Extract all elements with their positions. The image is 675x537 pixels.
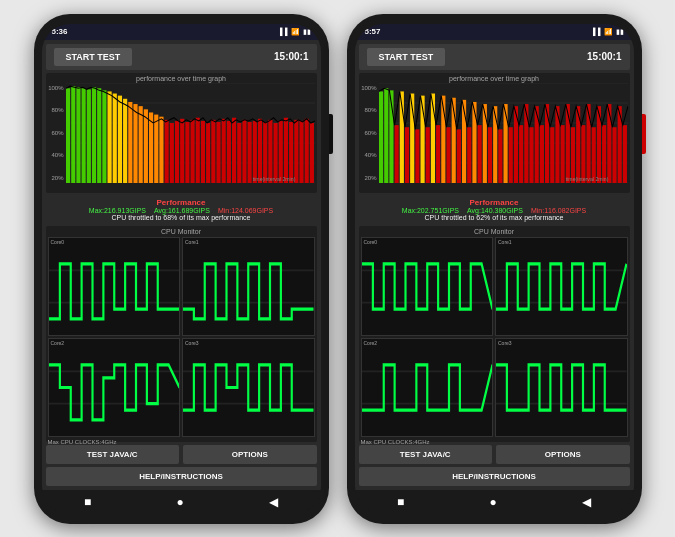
nav-circle-2[interactable]: ●: [489, 495, 496, 509]
svg-rect-31: [195, 117, 199, 182]
svg-rect-39: [237, 123, 241, 183]
bottom-row-2: TEST JAVA/C OPTIONS: [359, 445, 630, 464]
svg-text:time(interval 2min): time(interval 2min): [252, 175, 295, 181]
cpu-wave-svg-2-3: [362, 339, 493, 436]
svg-rect-36: [221, 118, 225, 182]
svg-rect-26: [169, 123, 173, 183]
nav-square-1[interactable]: ■: [84, 495, 91, 509]
help-btn-1[interactable]: HELP/INSTRUCTIONS: [46, 467, 317, 486]
nav-circle-1[interactable]: ●: [176, 495, 183, 509]
svg-rect-110: [570, 127, 574, 183]
svg-rect-94: [487, 127, 491, 183]
status-bar-1: 5:36 ▐▐ 📶 ▮▮: [42, 24, 321, 40]
cpu-cell-label-1-4: Core3: [185, 340, 199, 346]
y-label-80-2: 80%: [361, 107, 379, 113]
cpu-cell-label-1-1: Core0: [51, 239, 65, 245]
battery-icon-2: ▮▮: [616, 28, 624, 36]
nav-bar-2: ■ ● ◀: [355, 490, 634, 514]
y-label-40-1: 40%: [48, 152, 66, 158]
svg-rect-10: [86, 89, 90, 183]
perf-canvas-1: 100% 80% 60% 40% 20%: [48, 83, 315, 183]
test-javac-btn-2[interactable]: TEST JAVA/C: [359, 445, 493, 464]
svg-rect-28: [180, 118, 184, 182]
cpu-monitor-title-2: CPU Monitor: [361, 228, 628, 235]
perf-stats-2: Performance Max:202.751GIPS Avg:140.380G…: [359, 196, 630, 223]
y-label-20-2: 20%: [361, 175, 379, 181]
top-bar-2: START TEST 15:00:1: [359, 44, 630, 70]
status-time-1: 5:36: [52, 27, 68, 36]
y-label-40-2: 40%: [361, 152, 379, 158]
cpu-cell-label-2-2: Core1: [498, 239, 512, 245]
svg-rect-23: [154, 114, 158, 182]
cpu-wave-svg-2-1: [362, 238, 493, 335]
svg-rect-38: [232, 117, 236, 182]
svg-rect-46: [273, 123, 277, 183]
options-btn-1[interactable]: OPTIONS: [183, 445, 317, 464]
perf-avg-2: Avg:140.380GIPS: [467, 207, 523, 214]
perf-values-2: Max:202.751GIPS Avg:140.380GIPS Min:116.…: [359, 207, 630, 214]
nav-triangle-2[interactable]: ◀: [582, 495, 591, 509]
top-bar-1: START TEST 15:00:1: [46, 44, 317, 70]
throttle-text-2: CPU throttled to 62% of its max performa…: [359, 214, 630, 221]
perf-values-1: Max:216.913GIPS Avg:161.689GIPS Min:124.…: [46, 207, 317, 214]
y-label-60-1: 60%: [48, 130, 66, 136]
y-label-20-1: 20%: [48, 175, 66, 181]
cpu-cell-1-3: Core2: [48, 338, 181, 437]
start-test-btn-2[interactable]: START TEST: [367, 48, 446, 66]
status-icons-1: ▐▐ 📶 ▮▮: [278, 28, 311, 36]
signal-icon-1: ▐▐: [278, 28, 288, 35]
start-test-btn-1[interactable]: START TEST: [54, 48, 133, 66]
svg-rect-105: [545, 104, 549, 183]
svg-rect-113: [586, 104, 590, 183]
y-label-80-1: 80%: [48, 107, 66, 113]
cpu-wave-svg-1-1: [49, 238, 180, 335]
svg-rect-14: [107, 91, 111, 183]
side-button-1: [329, 114, 333, 154]
status-bar-2: 5:57 ▐▐ 📶 ▮▮: [355, 24, 634, 40]
graph-area-2: time(interval 2min): [379, 83, 628, 183]
wifi-icon-2: 📶: [604, 28, 613, 36]
svg-rect-27: [174, 120, 178, 182]
cpu-monitor-title-1: CPU Monitor: [48, 228, 315, 235]
svg-rect-8: [76, 87, 80, 183]
y-label-100-2: 100%: [361, 85, 379, 91]
svg-rect-109: [565, 104, 569, 183]
cpu-monitor-1: CPU Monitor Core0 Core1: [46, 226, 317, 442]
nav-square-2[interactable]: ■: [397, 495, 404, 509]
svg-rect-84: [436, 125, 440, 183]
svg-rect-37: [226, 120, 230, 182]
svg-rect-90: [467, 127, 471, 183]
bottom-row-1: TEST JAVA/C OPTIONS: [46, 445, 317, 464]
wifi-icon-1: 📶: [291, 28, 300, 36]
svg-rect-41: [247, 121, 251, 182]
cpu-grid-1: Core0 Core1: [48, 237, 315, 437]
svg-rect-49: [289, 121, 293, 182]
svg-rect-34: [211, 119, 215, 182]
y-axis-2: 100% 80% 60% 40% 20%: [361, 83, 379, 183]
nav-bar-1: ■ ● ◀: [42, 490, 321, 514]
svg-rect-42: [252, 120, 256, 182]
perf-graph-1: performance over time graph 100% 80% 60%…: [46, 73, 317, 193]
svg-rect-40: [242, 119, 246, 182]
svg-rect-48: [283, 117, 287, 182]
nav-triangle-1[interactable]: ◀: [269, 495, 278, 509]
cpu-wave-svg-1-4: [183, 339, 314, 436]
svg-rect-80: [415, 129, 419, 183]
options-btn-2[interactable]: OPTIONS: [496, 445, 630, 464]
cpu-cell-2-4: Core3: [495, 338, 628, 437]
svg-rect-18: [128, 101, 132, 182]
cpu-cell-1-2: Core1: [182, 237, 315, 336]
help-btn-2[interactable]: HELP/INSTRUCTIONS: [359, 467, 630, 486]
cpu-cell-1-4: Core3: [182, 338, 315, 437]
svg-rect-6: [66, 88, 70, 183]
svg-rect-15: [112, 93, 116, 182]
svg-rect-33: [206, 123, 210, 183]
perf-max-2: Max:202.751GIPS: [402, 207, 459, 214]
test-javac-btn-1[interactable]: TEST JAVA/C: [46, 445, 180, 464]
svg-rect-91: [472, 101, 476, 182]
svg-rect-50: [294, 119, 298, 182]
cpu-cell-label-2-4: Core3: [498, 340, 512, 346]
app-content-1: START TEST 15:00:1 performance over time…: [42, 40, 321, 490]
status-time-2: 5:57: [365, 27, 381, 36]
svg-rect-29: [185, 121, 189, 182]
